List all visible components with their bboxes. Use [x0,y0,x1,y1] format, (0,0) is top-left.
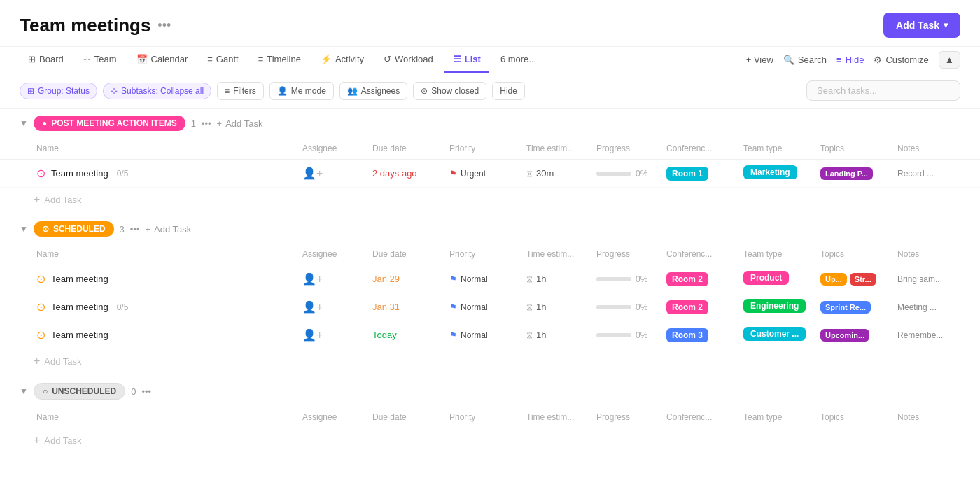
due-date-cell: 2 days ago [370,168,447,178]
section-scheduled: ▼ ⊙ SCHEDULED 3 ••• + Add Task Name Assi… [0,214,980,373]
app-container: Team meetings ••• Add Task ▾ ⊞ Board ⊹ T… [0,0,980,483]
section-dots-icon[interactable]: ••• [141,386,151,397]
page-title: Team meetings [20,15,150,36]
section-header-scheduled[interactable]: ▼ ⊙ SCHEDULED 3 ••• + Add Task [0,214,980,244]
show-closed-button[interactable]: ⊙ Show closed [413,82,486,100]
collapse-toggle-icon[interactable]: ▼ [20,118,28,128]
add-task-row[interactable]: + Add Task [0,349,980,373]
assignee-cell[interactable]: 👤+ [300,272,370,286]
tab-calendar[interactable]: 📅 Calendar [128,47,197,73]
view-button[interactable]: + View [746,55,774,65]
customize-button[interactable]: ⚙ Customize [874,55,928,65]
hide-toolbar-button[interactable]: Hide [492,82,525,100]
tab-workload[interactable]: ↺ Workload [375,47,442,73]
add-assignee-icon[interactable]: 👤+ [302,329,323,341]
task-name[interactable]: ⊙ Team meeting [34,272,300,286]
tab-more[interactable]: 6 more... [492,47,545,73]
section-badge-post-meeting: ● POST MEETING ACTION ITEMS [34,115,186,131]
add-task-button[interactable]: Add Task ▾ [883,13,960,38]
hourglass-icon: ⧖ [526,302,533,313]
collapse-button[interactable]: ▲ [939,51,960,69]
tab-activity[interactable]: ⚡ Activity [312,47,372,73]
progress-bar [596,172,631,176]
add-task-inline-button[interactable]: + Add Task [217,118,263,129]
section-header-unscheduled[interactable]: ▼ ○ UNSCHEDULED 0 ••• [0,376,980,407]
add-task-inline-button[interactable]: + Add Task [145,224,191,234]
add-assignee-icon[interactable]: 👤+ [302,273,323,285]
subtasks-chip[interactable]: ⊹ Subtasks: Collapse all [103,83,211,99]
tab-list[interactable]: ☰ List [444,47,489,73]
conference-cell: Room 2 [664,272,741,286]
nav-right: + View 🔍 Search ≡ Hide ⚙ Customize ▲ [746,51,960,69]
progress-bar [596,305,631,309]
search-button[interactable]: 🔍 Search [783,55,827,65]
topics-cell: Up... Str... [818,273,895,286]
add-assignee-icon[interactable]: 👤+ [302,167,323,179]
group-status-chip[interactable]: ⊞ Group: Status [20,83,97,99]
subtask-icon: ⊹ [111,86,118,96]
flag-icon: ⚑ [449,302,457,312]
hide-button[interactable]: ≡ Hide [836,55,864,65]
task-status-icon: ⊙ [36,272,46,286]
workload-icon: ↺ [384,54,391,64]
tab-gantt[interactable]: ≡ Gantt [199,47,246,73]
collapse-toggle-icon[interactable]: ▼ [20,386,28,396]
conference-cell: Room 1 [664,167,741,181]
progress-cell: 0% [594,274,664,284]
task-name[interactable]: ⊙ Team meeting [34,328,300,342]
due-date-cell: Today [370,330,447,340]
team-type-cell: Engineering [741,299,818,315]
notes-cell: Record ... [895,169,979,178]
progress-bar [596,333,631,337]
add-task-row[interactable]: + Add Task [0,428,980,452]
task-status-icon: ⊙ [36,300,46,314]
progress-cell: 0% [594,330,664,340]
time-estimate-cell: ⧖ 30m [524,168,594,179]
plus-icon: + [34,193,40,206]
clock-icon: ⊙ [42,224,49,234]
tab-team[interactable]: ⊹ Team [75,47,125,73]
flag-icon: ⚑ [449,169,457,178]
section-badge-scheduled: ⊙ SCHEDULED [34,221,114,237]
clock-icon: ⊙ [421,86,428,96]
notes-cell: Meeting ... [895,302,979,312]
me-mode-button[interactable]: 👤 Me mode [270,82,334,100]
progress-bar [596,277,631,281]
assignee-cell[interactable]: 👤+ [300,300,370,314]
assignees-icon: 👥 [347,86,358,96]
search-input[interactable] [806,80,960,101]
filter-icon: ≡ [225,86,230,96]
section-header-post-meeting[interactable]: ▼ ● POST MEETING ACTION ITEMS 1 ••• + Ad… [0,108,980,138]
layers-icon: ⊞ [27,86,34,96]
filters-button[interactable]: ≡ Filters [217,82,264,100]
calendar-icon: 📅 [136,54,148,64]
section-dots-icon[interactable]: ••• [202,118,211,129]
task-name[interactable]: ⊙ Team meeting 0/5 [34,300,300,314]
topics-cell: Sprint Re... [818,301,895,314]
more-options-icon[interactable]: ••• [158,18,171,33]
notes-cell: Remembe... [895,330,979,340]
hourglass-icon: ⧖ [526,274,533,285]
due-date-cell: Jan 31 [370,302,447,312]
notes-cell: Bring sam... [895,274,979,284]
collapse-toggle-icon[interactable]: ▼ [20,224,28,234]
team-type-cell: Product [741,271,818,287]
due-date-cell: Jan 29 [370,274,447,284]
page-title-area: Team meetings ••• [20,15,171,36]
plus-icon: + [217,118,223,129]
priority-cell: ⚑ Urgent [447,169,524,178]
section-dots-icon[interactable]: ••• [130,224,140,234]
progress-cell: 0% [594,169,664,178]
task-status-icon: ⊙ [36,328,46,342]
tab-timeline[interactable]: ≡ Timeline [250,47,309,73]
section-post-meeting: ▼ ● POST MEETING ACTION ITEMS 1 ••• + Ad… [0,108,980,211]
add-task-row[interactable]: + Add Task [0,188,980,211]
table-row: ⊙ Team meeting 👤+ Today ⚑ Normal ⧖ 1h 0% [0,321,980,349]
assignee-cell[interactable]: 👤+ [300,167,370,180]
task-name[interactable]: ⊙ Team meeting 0/5 [34,167,300,180]
assignees-button[interactable]: 👥 Assignees [340,82,407,100]
tab-board[interactable]: ⊞ Board [20,47,72,73]
assignee-cell[interactable]: 👤+ [300,328,370,342]
section-unscheduled: ▼ ○ UNSCHEDULED 0 ••• Name Assignee Due … [0,376,980,452]
add-assignee-icon[interactable]: 👤+ [302,301,323,313]
